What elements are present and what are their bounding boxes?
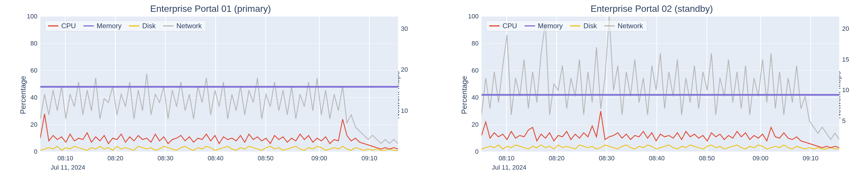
legend-item-network[interactable]: Network xyxy=(604,22,643,30)
x-tick: 08:50 xyxy=(699,155,715,162)
y-right-tick: 10 xyxy=(842,86,849,94)
legend: CPUMemoryDiskNetwork xyxy=(45,21,206,31)
y-left-tick: 60 xyxy=(31,67,37,74)
y-left-tick: 80 xyxy=(31,40,37,47)
series-network xyxy=(40,74,398,144)
x-tick: 08:10 xyxy=(498,155,514,162)
y-left-tick: 0 xyxy=(34,148,37,155)
x-tick: 08:40 xyxy=(649,155,665,162)
x-tick: 09:10 xyxy=(803,155,818,162)
y-right-tick: 20 xyxy=(842,25,849,33)
x-tick: 08:30 xyxy=(158,155,174,162)
x-axis-date-label: Jul 11, 2024 xyxy=(51,164,85,171)
legend-label: Disk xyxy=(583,22,597,30)
y-axis-left-label: Percentage xyxy=(19,76,28,114)
legend-item-memory[interactable]: Memory xyxy=(84,22,122,30)
y-right-tick: 10 xyxy=(401,107,408,115)
plot-area: CPUMemoryDiskNetwork02040608010010203008… xyxy=(40,17,398,152)
legend-swatch xyxy=(489,25,500,27)
legend-label: Disk xyxy=(142,22,156,30)
chart-title: Enterprise Portal 02 (standby) xyxy=(447,3,857,14)
y-left-tick: 80 xyxy=(472,40,478,47)
legend-swatch xyxy=(570,25,581,27)
y-left-tick: 100 xyxy=(468,13,478,20)
legend-swatch xyxy=(84,25,94,27)
legend-item-disk[interactable]: Disk xyxy=(129,22,156,30)
y-left-tick: 60 xyxy=(472,67,478,74)
x-tick: 08:50 xyxy=(258,155,274,162)
y-right-tick: 5 xyxy=(842,117,845,125)
plot-area: CPUMemoryDiskNetwork02040608010051015200… xyxy=(482,17,839,152)
x-tick: 09:10 xyxy=(362,155,377,162)
x-tick: 08:30 xyxy=(599,155,615,162)
x-tick: 09:00 xyxy=(753,155,768,162)
legend-label: CPU xyxy=(61,22,76,30)
chart-title: Enterprise Portal 01 (primary) xyxy=(6,3,415,14)
x-tick: 09:00 xyxy=(311,155,327,162)
legend-label: Memory xyxy=(538,22,563,30)
legend-item-disk[interactable]: Disk xyxy=(570,22,597,30)
x-tick: 08:20 xyxy=(549,155,564,162)
y-left-tick: 100 xyxy=(27,13,37,20)
legend-swatch xyxy=(525,25,535,27)
x-axis-date-label: Jul 11, 2024 xyxy=(492,164,526,171)
x-tick: 08:40 xyxy=(208,155,224,162)
series-cpu xyxy=(482,111,839,148)
legend-item-cpu[interactable]: CPU xyxy=(48,22,76,30)
legend-swatch xyxy=(48,25,58,27)
legend-label: Network xyxy=(177,22,202,30)
series-disk xyxy=(40,146,398,150)
y-left-tick: 20 xyxy=(472,121,478,128)
legend-swatch xyxy=(163,25,174,27)
legend-label: Network xyxy=(618,22,643,30)
y-left-tick: 40 xyxy=(472,94,478,101)
legend-swatch xyxy=(604,25,615,27)
series-cpu xyxy=(40,114,398,149)
legend-item-network[interactable]: Network xyxy=(163,22,202,30)
legend-label: Memory xyxy=(97,22,122,30)
legend: CPUMemoryDiskNetwork xyxy=(486,21,647,31)
series-network xyxy=(482,17,839,139)
y-left-tick: 20 xyxy=(31,121,37,128)
legend-swatch xyxy=(129,25,139,27)
x-tick: 08:20 xyxy=(107,155,123,162)
y-left-tick: 0 xyxy=(475,148,478,155)
legend-label: CPU xyxy=(502,22,517,30)
y-right-tick: 30 xyxy=(401,25,408,33)
y-axis-left-label: Percentage xyxy=(460,76,469,114)
chart-panel-0: Enterprise Portal 01 (primary)Percentage… xyxy=(6,3,415,187)
y-left-tick: 40 xyxy=(31,94,37,101)
series-disk xyxy=(482,145,839,149)
legend-item-cpu[interactable]: CPU xyxy=(489,22,517,30)
y-right-tick: 20 xyxy=(401,66,408,73)
chart-panel-1: Enterprise Portal 02 (standby)Percentage… xyxy=(447,3,857,187)
y-right-tick: 15 xyxy=(842,56,849,63)
legend-item-memory[interactable]: Memory xyxy=(525,22,563,30)
x-tick: 08:10 xyxy=(57,155,73,162)
